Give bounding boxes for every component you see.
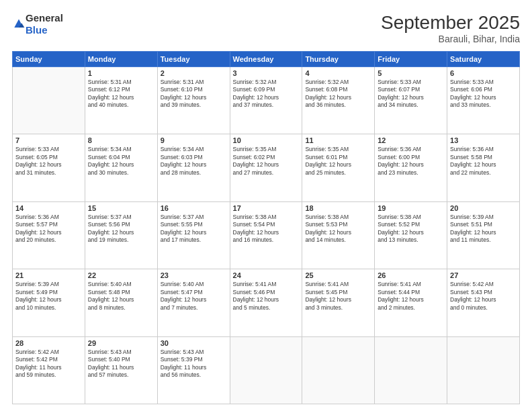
logo-general: General	[26, 12, 63, 24]
day-info: Sunrise: 5:32 AM Sunset: 6:08 PM Dayligh…	[305, 79, 371, 109]
day-info: Sunrise: 5:43 AM Sunset: 5:40 PM Dayligh…	[88, 349, 154, 379]
title-block: September 2025 Barauli, Bihar, India	[381, 12, 520, 44]
day-info: Sunrise: 5:40 AM Sunset: 5:48 PM Dayligh…	[88, 281, 154, 312]
day-info: Sunrise: 5:41 AM Sunset: 5:44 PM Dayligh…	[378, 281, 444, 312]
week-row-1: 7Sunrise: 5:33 AM Sunset: 6:05 PM Daylig…	[13, 134, 520, 201]
page: General Blue September 2025 Barauli, Bih…	[0, 0, 532, 411]
calendar-cell: 12Sunrise: 5:36 AM Sunset: 6:00 PM Dayli…	[375, 134, 447, 201]
week-row-2: 14Sunrise: 5:36 AM Sunset: 5:57 PM Dayli…	[13, 201, 520, 269]
calendar-cell: 20Sunrise: 5:39 AM Sunset: 5:51 PM Dayli…	[447, 201, 520, 269]
calendar-cell	[230, 336, 302, 404]
day-number: 26	[378, 271, 444, 279]
day-info: Sunrise: 5:41 AM Sunset: 5:46 PM Dayligh…	[233, 281, 300, 312]
day-info: Sunrise: 5:33 AM Sunset: 6:07 PM Dayligh…	[378, 79, 444, 109]
calendar-cell: 6Sunrise: 5:33 AM Sunset: 6:06 PM Daylig…	[447, 67, 520, 134]
day-info: Sunrise: 5:41 AM Sunset: 5:45 PM Dayligh…	[305, 281, 371, 312]
day-number: 24	[233, 271, 300, 279]
calendar-cell: 23Sunrise: 5:40 AM Sunset: 5:47 PM Dayli…	[157, 269, 230, 336]
day-info: Sunrise: 5:34 AM Sunset: 6:04 PM Dayligh…	[88, 146, 154, 177]
weekday-header-tuesday: Tuesday	[157, 52, 230, 67]
day-info: Sunrise: 5:36 AM Sunset: 6:00 PM Dayligh…	[378, 146, 444, 177]
calendar-cell: 26Sunrise: 5:41 AM Sunset: 5:44 PM Dayli…	[375, 269, 447, 336]
day-number: 23	[161, 271, 227, 279]
calendar-cell: 7Sunrise: 5:33 AM Sunset: 6:05 PM Daylig…	[13, 134, 85, 201]
calendar-cell: 21Sunrise: 5:39 AM Sunset: 5:49 PM Dayli…	[13, 269, 85, 336]
calendar-cell: 10Sunrise: 5:35 AM Sunset: 6:02 PM Dayli…	[230, 134, 302, 201]
month-title: September 2025	[381, 12, 520, 34]
calendar-cell: 1Sunrise: 5:31 AM Sunset: 6:12 PM Daylig…	[85, 67, 157, 134]
weekday-header-friday: Friday	[375, 52, 447, 67]
calendar-cell: 5Sunrise: 5:33 AM Sunset: 6:07 PM Daylig…	[375, 67, 447, 134]
day-number: 13	[450, 136, 517, 144]
logo-icon	[12, 17, 26, 31]
calendar-cell: 22Sunrise: 5:40 AM Sunset: 5:48 PM Dayli…	[85, 269, 157, 336]
day-number: 9	[161, 136, 227, 144]
day-info: Sunrise: 5:36 AM Sunset: 5:58 PM Dayligh…	[450, 146, 517, 177]
calendar-cell: 11Sunrise: 5:35 AM Sunset: 6:01 PM Dayli…	[302, 134, 375, 201]
day-info: Sunrise: 5:38 AM Sunset: 5:53 PM Dayligh…	[305, 214, 371, 244]
day-info: Sunrise: 5:35 AM Sunset: 6:02 PM Dayligh…	[233, 146, 300, 177]
calendar-cell: 4Sunrise: 5:32 AM Sunset: 6:08 PM Daylig…	[302, 67, 375, 134]
day-number: 17	[233, 204, 300, 212]
day-number: 30	[161, 339, 227, 347]
day-number: 22	[88, 271, 154, 279]
calendar-cell	[302, 336, 375, 404]
weekday-header-monday: Monday	[85, 52, 157, 67]
calendar-cell	[13, 67, 85, 134]
day-number: 19	[378, 204, 444, 212]
day-number: 20	[450, 204, 517, 212]
day-info: Sunrise: 5:42 AM Sunset: 5:42 PM Dayligh…	[15, 349, 82, 379]
day-info: Sunrise: 5:43 AM Sunset: 5:39 PM Dayligh…	[161, 349, 227, 379]
calendar-cell: 28Sunrise: 5:42 AM Sunset: 5:42 PM Dayli…	[13, 336, 85, 404]
calendar-cell: 18Sunrise: 5:38 AM Sunset: 5:53 PM Dayli…	[302, 201, 375, 269]
weekday-header-row: SundayMondayTuesdayWednesdayThursdayFrid…	[13, 52, 520, 67]
day-info: Sunrise: 5:39 AM Sunset: 5:51 PM Dayligh…	[450, 214, 517, 244]
logo-blue: Blue	[26, 24, 48, 36]
day-number: 29	[88, 339, 154, 347]
day-number: 6	[450, 69, 517, 77]
day-info: Sunrise: 5:37 AM Sunset: 5:56 PM Dayligh…	[88, 214, 154, 244]
header: General Blue September 2025 Barauli, Bih…	[12, 12, 520, 44]
calendar-cell: 2Sunrise: 5:31 AM Sunset: 6:10 PM Daylig…	[157, 67, 230, 134]
logo: General Blue	[12, 12, 63, 36]
calendar-cell: 3Sunrise: 5:32 AM Sunset: 6:09 PM Daylig…	[230, 67, 302, 134]
weekday-header-thursday: Thursday	[302, 52, 375, 67]
weekday-header-saturday: Saturday	[447, 52, 520, 67]
day-number: 21	[15, 271, 82, 279]
location-title: Barauli, Bihar, India	[381, 34, 520, 44]
day-number: 18	[305, 204, 371, 212]
day-info: Sunrise: 5:31 AM Sunset: 6:10 PM Dayligh…	[161, 79, 227, 109]
day-number: 2	[161, 69, 227, 77]
weekday-header-wednesday: Wednesday	[230, 52, 302, 67]
calendar-table: SundayMondayTuesdayWednesdayThursdayFrid…	[12, 51, 520, 404]
day-number: 3	[233, 69, 300, 77]
day-info: Sunrise: 5:38 AM Sunset: 5:52 PM Dayligh…	[378, 214, 444, 244]
calendar-cell	[447, 336, 520, 404]
day-number: 12	[378, 136, 444, 144]
calendar-cell: 15Sunrise: 5:37 AM Sunset: 5:56 PM Dayli…	[85, 201, 157, 269]
calendar-cell: 27Sunrise: 5:42 AM Sunset: 5:43 PM Dayli…	[447, 269, 520, 336]
calendar-cell: 24Sunrise: 5:41 AM Sunset: 5:46 PM Dayli…	[230, 269, 302, 336]
day-number: 14	[15, 204, 82, 212]
week-row-4: 28Sunrise: 5:42 AM Sunset: 5:42 PM Dayli…	[13, 336, 520, 404]
day-number: 15	[88, 204, 154, 212]
day-number: 7	[15, 136, 82, 144]
day-info: Sunrise: 5:42 AM Sunset: 5:43 PM Dayligh…	[450, 281, 517, 312]
day-number: 11	[305, 136, 371, 144]
calendar-cell: 25Sunrise: 5:41 AM Sunset: 5:45 PM Dayli…	[302, 269, 375, 336]
day-info: Sunrise: 5:32 AM Sunset: 6:09 PM Dayligh…	[233, 79, 300, 109]
day-info: Sunrise: 5:31 AM Sunset: 6:12 PM Dayligh…	[88, 79, 154, 109]
calendar-cell: 30Sunrise: 5:43 AM Sunset: 5:39 PM Dayli…	[157, 336, 230, 404]
calendar-cell: 14Sunrise: 5:36 AM Sunset: 5:57 PM Dayli…	[13, 201, 85, 269]
day-info: Sunrise: 5:38 AM Sunset: 5:54 PM Dayligh…	[233, 214, 300, 244]
day-number: 5	[378, 69, 444, 77]
day-number: 8	[88, 136, 154, 144]
day-number: 25	[305, 271, 371, 279]
day-number: 1	[88, 69, 154, 77]
weekday-header-sunday: Sunday	[13, 52, 85, 67]
day-number: 27	[450, 271, 517, 279]
day-number: 28	[15, 339, 82, 347]
day-number: 10	[233, 136, 300, 144]
day-info: Sunrise: 5:39 AM Sunset: 5:49 PM Dayligh…	[15, 281, 82, 312]
calendar-cell: 19Sunrise: 5:38 AM Sunset: 5:52 PM Dayli…	[375, 201, 447, 269]
